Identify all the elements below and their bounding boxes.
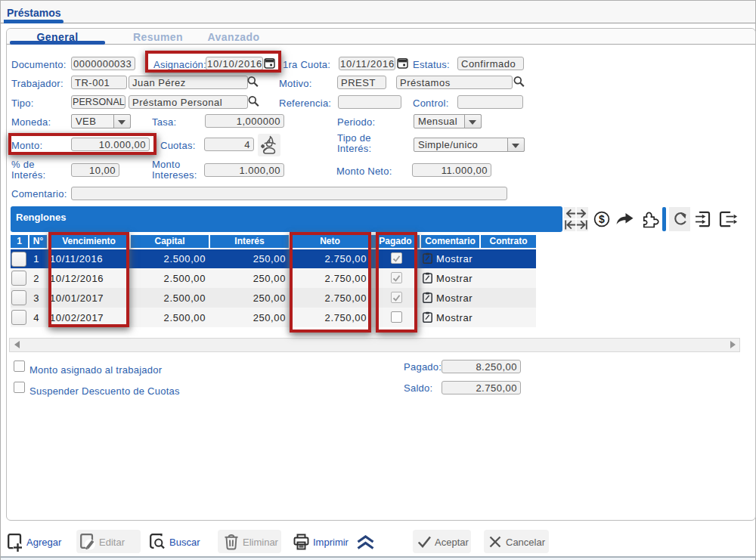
svg-text:$: $ <box>599 213 605 225</box>
